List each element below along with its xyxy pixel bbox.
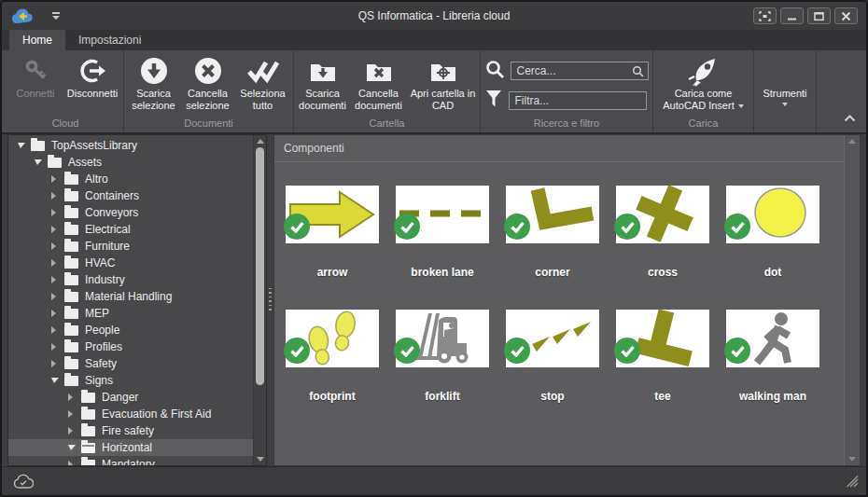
expand-arrow-icon[interactable] <box>51 209 64 216</box>
component-tile-dot[interactable]: dot <box>726 186 819 279</box>
carica-come-autocad-insert-button[interactable]: Carica come AutoCAD Insert <box>655 52 752 112</box>
component-tile-cross[interactable]: cross <box>616 186 709 279</box>
tree-item-signs[interactable]: Signs <box>8 372 253 389</box>
component-thumbnail[interactable] <box>616 310 709 367</box>
expand-arrow-icon[interactable] <box>51 310 64 317</box>
components-scrollbar[interactable] <box>844 135 860 465</box>
tab-impostazioni[interactable]: Impostazioni <box>65 30 154 50</box>
tree-item-profiles[interactable]: Profiles <box>8 338 253 355</box>
tree-item-mandatory[interactable]: Mandatory <box>8 456 253 466</box>
scroll-down-icon[interactable] <box>257 457 264 462</box>
strumenti-button[interactable]: Strumenti <box>755 63 815 106</box>
tree-item-mep[interactable]: MEP <box>8 305 253 322</box>
tree-item-conveyors[interactable]: Conveyors <box>8 204 253 221</box>
expand-arrow-icon[interactable] <box>51 293 64 300</box>
splitter-grip-icon[interactable] <box>269 288 272 313</box>
expand-arrow-icon[interactable] <box>51 378 64 383</box>
cancella-selezione-button[interactable]: Cancella selezione <box>181 52 235 112</box>
tree-item-material-handling[interactable]: Material Handling <box>8 288 253 305</box>
tree-item-label: Altro <box>85 173 108 186</box>
tree-item-assets[interactable]: Assets <box>8 154 253 171</box>
resize-grip[interactable] <box>846 475 860 489</box>
expand-arrow-icon[interactable] <box>51 242 64 250</box>
component-thumbnail[interactable] <box>616 186 709 243</box>
scarica-selezione-button[interactable]: Scarica selezione <box>127 52 181 112</box>
expand-arrow-icon[interactable] <box>51 226 64 233</box>
seleziona-tutto-button[interactable]: Seleziona tutto <box>235 52 291 112</box>
expand-arrow-icon[interactable] <box>51 326 64 334</box>
panel-splitter[interactable] <box>267 134 273 466</box>
scarica-documenti-button[interactable]: Scarica documenti <box>296 52 350 112</box>
expand-arrow-icon[interactable] <box>68 427 81 435</box>
close-button[interactable] <box>834 7 858 24</box>
folder-icon <box>81 460 95 467</box>
expand-arrow-icon[interactable] <box>51 192 64 200</box>
connetti-button[interactable]: Connetti <box>8 52 63 100</box>
close-icon <box>840 11 852 21</box>
downloaded-check-icon <box>724 338 750 364</box>
component-thumbnail[interactable] <box>506 186 599 243</box>
minimize-button[interactable] <box>780 7 804 24</box>
folder-icon <box>64 325 78 336</box>
component-tile-corner[interactable]: corner <box>506 186 599 279</box>
expand-arrow-icon[interactable] <box>68 445 81 450</box>
downloaded-check-icon <box>394 338 420 364</box>
tree-item-furniture[interactable]: Furniture <box>8 238 253 255</box>
quick-access-dropdown-icon[interactable] <box>52 12 60 20</box>
tree-item-fire-safety[interactable]: Fire safety <box>8 422 253 439</box>
scroll-up-icon[interactable] <box>257 139 264 144</box>
apri-cartella-in-cad-button[interactable]: Apri cartella in CAD <box>408 52 479 112</box>
maximize-button[interactable] <box>807 7 831 24</box>
component-tile-stop[interactable]: stop <box>506 310 599 403</box>
tree-item-horizontal[interactable]: Horizontal <box>8 439 253 456</box>
component-thumbnail[interactable] <box>396 310 489 367</box>
folder-cad-icon <box>429 54 457 88</box>
cancella-documenti-button[interactable]: Cancella documenti <box>350 52 408 112</box>
tree-item-evacuation-first-aid[interactable]: Evacuation & First Aid <box>8 406 253 422</box>
scroll-up-icon[interactable] <box>848 139 856 144</box>
component-tile-arrow[interactable]: arrow <box>286 186 379 279</box>
search-input[interactable] <box>511 62 649 80</box>
expand-arrow-icon[interactable] <box>35 159 48 165</box>
tree-item-altro[interactable]: Altro <box>8 171 253 187</box>
tree-item-danger[interactable]: Danger <box>8 389 253 406</box>
tree-item-industry[interactable]: Industry <box>8 271 253 288</box>
expand-arrow-icon[interactable] <box>51 343 64 351</box>
component-tile-footprint[interactable]: footprint <box>286 310 379 403</box>
component-tile-walking-man[interactable]: walking man <box>726 310 819 403</box>
tree-item-topassetslibrary[interactable]: TopAssetsLibrary <box>8 137 253 154</box>
tree-item-containers[interactable]: Containers <box>8 187 253 204</box>
disconnetti-button[interactable]: Disconnetti <box>63 52 122 100</box>
expand-arrow-icon[interactable] <box>51 259 64 267</box>
component-tile-tee[interactable]: tee <box>616 310 709 403</box>
expand-arrow-icon[interactable] <box>51 175 64 183</box>
expand-arrow-icon[interactable] <box>68 393 81 401</box>
filter-input[interactable] <box>509 91 647 110</box>
expand-arrow-icon[interactable] <box>68 410 81 418</box>
component-thumbnail[interactable] <box>726 186 819 243</box>
scroll-down-icon[interactable] <box>848 457 856 462</box>
fullscreen-button[interactable] <box>753 7 777 24</box>
component-thumbnail[interactable] <box>726 310 819 367</box>
tree-item-hvac[interactable]: HVAC <box>8 255 253 271</box>
component-tile-broken-lane[interactable]: broken lane <box>396 186 489 279</box>
component-thumbnail[interactable] <box>396 186 489 243</box>
tree-item-electrical[interactable]: Electrical <box>8 221 253 238</box>
component-thumbnail[interactable] <box>286 310 379 367</box>
tree-item-safety[interactable]: Safety <box>8 355 253 372</box>
expand-arrow-icon[interactable] <box>51 360 64 367</box>
collapse-ribbon-button[interactable] <box>844 109 856 126</box>
ribbon-group-ricerca: Ricerca e filtro <box>481 50 652 132</box>
tree-scrollbar[interactable] <box>253 135 266 465</box>
expand-arrow-icon[interactable] <box>18 143 31 148</box>
component-tile-forklift[interactable]: forklift <box>396 310 489 403</box>
tree-item-people[interactable]: People <box>8 322 253 338</box>
app-cloud-icon[interactable] <box>11 8 34 24</box>
title-bar[interactable]: QS Informatica - Libreria cloud <box>2 2 866 30</box>
tab-home[interactable]: Home <box>9 30 65 50</box>
expand-arrow-icon[interactable] <box>68 461 81 466</box>
tree-scrollbar-thumb[interactable] <box>256 147 264 385</box>
component-thumbnail[interactable] <box>286 186 379 243</box>
component-thumbnail[interactable] <box>506 310 599 367</box>
expand-arrow-icon[interactable] <box>51 276 64 283</box>
